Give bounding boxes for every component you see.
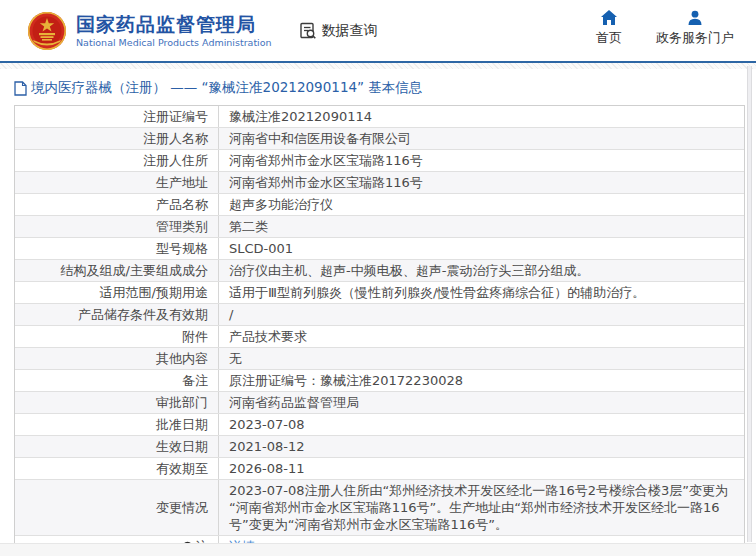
row-value: 豫械注准20212090114 [219, 106, 744, 127]
row-label: 结构及组成/主要组成成分 [15, 260, 219, 281]
table-row-product-name: 产品名称 超声多功能治疗仪 [15, 194, 744, 216]
row-value: 2023-07-08 [219, 414, 744, 435]
row-label: 附件 [15, 326, 219, 347]
row-value: 原注册证编号：豫械注准20172230028 [219, 370, 744, 391]
document-search-icon [298, 21, 318, 41]
row-label: 变更情况 [15, 480, 219, 535]
table-row-effective-date: 生效日期 2021-08-12 [15, 436, 744, 458]
person-icon [687, 10, 703, 26]
document-icon [14, 81, 27, 96]
nav-home-label: 首页 [596, 29, 622, 47]
row-value: / [219, 304, 744, 325]
site-header: 国家药品监督管理局 National Medical Products Admi… [0, 0, 756, 63]
table-row-production-address: 生产地址 河南省郑州市金水区宝瑞路116号 [15, 172, 744, 194]
header-nav: 首页 政务服务门户 [596, 10, 734, 47]
row-label: 注册人住所 [15, 150, 219, 171]
agency-title-cn: 国家药品监督管理局 [76, 13, 272, 35]
page: 国家药品监督管理局 National Medical Products Admi… [0, 0, 756, 556]
data-query-label: 数据查询 [322, 22, 378, 40]
row-value: 2021-08-12 [219, 436, 744, 457]
home-icon [600, 10, 618, 26]
row-value: 第二类 [219, 216, 744, 237]
row-value: 产品技术要求 [219, 326, 744, 347]
nav-gov-portal-label: 政务服务门户 [656, 29, 734, 47]
row-value: 2026-08-11 [219, 458, 744, 479]
row-value: 适用于Ⅲ型前列腺炎（慢性前列腺炎/慢性骨盆疼痛综合征）的辅助治疗。 [219, 282, 744, 303]
row-value: 河南省药品监督管理局 [219, 392, 744, 413]
row-label: 适用范围/预期用途 [15, 282, 219, 303]
scrollbar[interactable] [747, 66, 752, 542]
nav-gov-portal[interactable]: 政务服务门户 [656, 10, 734, 47]
row-label: 其他内容 [15, 348, 219, 369]
row-label: 批准日期 [15, 414, 219, 435]
row-value: 无 [219, 348, 744, 369]
table-row-composition: 结构及组成/主要组成成分 治疗仪由主机、超声-中频电极、超声-震动治疗头三部分组… [15, 260, 744, 282]
row-label: 产品名称 [15, 194, 219, 215]
table-row-approval-date: 批准日期 2023-07-08 [15, 414, 744, 436]
table-row-attachment: 附件 产品技术要求 [15, 326, 744, 348]
registration-info-table: 注册证编号 豫械注准20212090114 注册人名称 河南省中和信医用设备有限… [14, 105, 745, 556]
agency-title-en: National Medical Products Administration [76, 37, 272, 48]
row-value: 河南省中和信医用设备有限公司 [219, 128, 744, 149]
row-label: 注册证编号 [15, 106, 219, 127]
row-value: 河南省郑州市金水区宝瑞路116号 [219, 150, 744, 171]
national-emblem-logo [27, 11, 67, 51]
table-row-expiry-date: 有效期至 2026-08-11 [15, 458, 744, 480]
footer-strip [0, 543, 756, 556]
table-row-other-content: 其他内容 无 [15, 348, 744, 370]
table-row-cert-number: 注册证编号 豫械注准20212090114 [15, 106, 744, 128]
row-value: SLCD-001 [219, 238, 744, 259]
row-value: 治疗仪由主机、超声-中频电极、超声-震动治疗头三部分组成。 [219, 260, 744, 281]
table-row-change-history: 变更情况 2023-07-08注册人住所由“郑州经济技术开发区经北一路16号2号… [15, 480, 744, 536]
row-label: 产品储存条件及有效期 [15, 304, 219, 325]
table-row-storage-validity: 产品储存条件及有效期 / [15, 304, 744, 326]
row-label: 型号规格 [15, 238, 219, 259]
table-row-remarks: 备注 原注册证编号：豫械注准20172230028 [15, 370, 744, 392]
row-label: 注册人名称 [15, 128, 219, 149]
table-row-approval-department: 审批部门 河南省药品监督管理局 [15, 392, 744, 414]
row-value: 2023-07-08注册人住所由“郑州经济技术开发区经北一路16号2号楼综合楼3… [219, 480, 744, 535]
row-label: 管理类别 [15, 216, 219, 237]
breadcrumb: 境内医疗器械（注册） —— “豫械注准20212090114” 基本信息 [0, 69, 756, 105]
row-label: 审批部门 [15, 392, 219, 413]
table-row-model-spec: 型号规格 SLCD-001 [15, 238, 744, 260]
table-row-registrant-address: 注册人住所 河南省郑州市金水区宝瑞路116号 [15, 150, 744, 172]
data-query-tab[interactable]: 数据查询 [298, 21, 378, 41]
row-value: 超声多功能治疗仪 [219, 194, 744, 215]
table-row-registrant-name: 注册人名称 河南省中和信医用设备有限公司 [15, 128, 744, 150]
row-label: 有效期至 [15, 458, 219, 479]
table-row-intended-use: 适用范围/预期用途 适用于Ⅲ型前列腺炎（慢性前列腺炎/慢性骨盆疼痛综合征）的辅助… [15, 282, 744, 304]
agency-title-block: 国家药品监督管理局 National Medical Products Admi… [76, 13, 272, 48]
row-label: 生产地址 [15, 172, 219, 193]
breadcrumb-text: 境内医疗器械（注册） —— “豫械注准20212090114” 基本信息 [31, 79, 422, 97]
row-value: 河南省郑州市金水区宝瑞路116号 [219, 172, 744, 193]
row-label: 备注 [15, 370, 219, 391]
table-row-management-category: 管理类别 第二类 [15, 216, 744, 238]
row-label: 生效日期 [15, 436, 219, 457]
nav-home[interactable]: 首页 [596, 10, 622, 47]
